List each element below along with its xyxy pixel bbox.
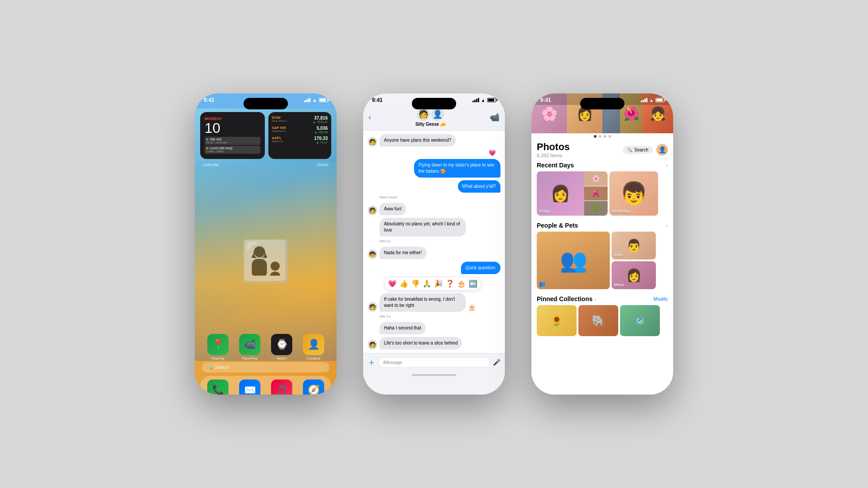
amit-label: Amit bbox=[614, 253, 623, 257]
messages-contact[interactable]: 🧑 👤 Silly Geese 🧀 bbox=[415, 108, 446, 127]
dock-music[interactable]: 🎵 bbox=[271, 380, 292, 395]
contact-avatars: 🧑 👤 bbox=[417, 108, 444, 121]
people-pets-section: People & Pets › 👥 👥 👨 Amit bbox=[531, 222, 673, 295]
phone-messages: 9:41 ▲ ‹ 🧑 👤 Silly Geese 🧀 📹 bbox=[363, 93, 505, 395]
back-button[interactable]: ‹ bbox=[368, 112, 371, 122]
home-search-bar[interactable]: 🔍 Search bbox=[202, 362, 329, 372]
photos-nav-dots bbox=[531, 133, 673, 139]
tapback-heart[interactable]: 💗 bbox=[388, 279, 397, 288]
search-icon: 🔍 bbox=[207, 365, 213, 370]
battery-photos bbox=[655, 98, 664, 102]
calendar-event-2: Lunch with Andy 11AM – 12PM bbox=[205, 146, 260, 154]
calendar-event-1: Site visit 10:15 – 10:45AM bbox=[205, 137, 260, 145]
home-photo-bg: 👩‍👦 bbox=[195, 162, 337, 361]
dock-safari[interactable]: 🧭 bbox=[303, 380, 324, 395]
msg-avatar-5: 🧑 bbox=[368, 340, 377, 349]
people-pets-arrow[interactable]: › bbox=[666, 223, 668, 228]
messages-input-bar: ＋ iMessage 🎤 bbox=[363, 353, 505, 371]
nav-dot-3[interactable] bbox=[604, 135, 606, 138]
dynamic-island-home bbox=[244, 98, 288, 109]
status-icons-messages: ▲ bbox=[473, 98, 496, 103]
msg-bubble-sent-2: What about y'all? bbox=[458, 180, 500, 193]
today-side-photos: 🌸 🌺 🌿 bbox=[584, 171, 608, 216]
people-icon: 👥 bbox=[539, 281, 546, 287]
wifi-messages: ▲ bbox=[481, 98, 485, 103]
findmy-icon: 📍 bbox=[207, 334, 229, 355]
add-attachment-button[interactable]: ＋ bbox=[368, 357, 376, 368]
photos-title: Photos 8,342 Items bbox=[537, 141, 570, 158]
maya-thumb[interactable]: 👩 Maya bbox=[612, 261, 656, 289]
app-findmy[interactable]: 📍 Find My bbox=[207, 334, 229, 360]
tapback-thumbsdown[interactable]: 👎 bbox=[411, 279, 420, 288]
app-facetime[interactable]: 📹 FaceTime bbox=[239, 334, 260, 360]
photos-screen: 🌸 👩 🌺 👧 👨‍👩‍👧‍👦 Photos 8,342 Items bbox=[531, 93, 673, 395]
stock-sp500: S&P 500 Standard &... 5,036 ▲ +80.48 bbox=[272, 126, 328, 134]
sender-label-will-2: Will Xu bbox=[380, 314, 500, 318]
contacts-icon: 👤 bbox=[303, 334, 324, 355]
message-row-sent-2: What about y'all? bbox=[368, 180, 500, 193]
nav-dot-1[interactable] bbox=[594, 135, 597, 138]
pinned-section: Pinned Collections › Modify 🌻 🐘 🗺️ bbox=[531, 295, 673, 336]
pinned-thumb-3[interactable]: 🗺️ bbox=[620, 305, 660, 336]
pinned-thumb-2[interactable]: 🐘 bbox=[578, 305, 618, 336]
message-row-received-5: 🧑 If cake for breakfast is wrong, I don'… bbox=[368, 293, 500, 312]
facetime-icon: 📹 bbox=[239, 334, 260, 355]
amit-thumb[interactable]: 👨 Amit bbox=[612, 232, 656, 259]
widget-labels: Calendar Stocks bbox=[195, 163, 337, 167]
message-row-1: 🧑 Anyone have plans this weekend? bbox=[368, 134, 500, 147]
tapback-bar[interactable]: 💗 👍 👎 🙏 🎉 ❓ 🎂 ⬅️ bbox=[384, 277, 481, 290]
msg-bubble-received-2: Aww fun! bbox=[380, 203, 406, 215]
app-contacts[interactable]: 👤 Contacts bbox=[303, 334, 324, 360]
nav-dot-4[interactable] bbox=[608, 135, 611, 138]
tapback-question[interactable]: ❓ bbox=[446, 279, 454, 288]
people-large-photo: 👥 bbox=[537, 232, 610, 289]
tapback-party[interactable]: 🎉 bbox=[434, 279, 443, 288]
today-label: Today bbox=[539, 209, 550, 213]
cake-reaction: 🎂 bbox=[468, 304, 476, 311]
music-icon: 🎵 bbox=[271, 380, 292, 395]
msg-bubble-received-6: Haha I second that bbox=[380, 322, 426, 334]
user-avatar[interactable]: 👤 bbox=[656, 144, 668, 155]
status-icons-photos: ▲ bbox=[641, 98, 664, 103]
people-large-thumb[interactable]: 👥 👥 bbox=[537, 232, 610, 289]
dock-mail[interactable]: ✉️ bbox=[239, 380, 260, 395]
msg-bubble-sent-1: Flying down to my sister's place to see … bbox=[414, 159, 500, 178]
yesterday-album[interactable]: 👦 Yesterday bbox=[609, 171, 658, 216]
phone-photos: 9:41 ▲ 🌸 👩 🌺 👧 👨‍👩‍👧‍� bbox=[531, 93, 673, 395]
video-call-button[interactable]: 📹 bbox=[490, 112, 500, 122]
time-home: 9:41 bbox=[204, 97, 214, 103]
tapback-thumbsup[interactable]: 👍 bbox=[399, 279, 408, 288]
tapback-row: 💗 👍 👎 🙏 🎉 ❓ 🎂 ⬅️ bbox=[372, 277, 500, 290]
pinned-header: Pinned Collections › Modify bbox=[537, 295, 668, 302]
message-row-sent-1: Flying down to my sister's place to see … bbox=[368, 159, 500, 178]
msg-bubble-received-7: Life's too short to leave a slice behind bbox=[380, 337, 462, 349]
messages-body: 🧑 Anyone have plans this weekend? 💗 Flyi… bbox=[363, 131, 505, 353]
tapback-arrow[interactable]: ⬅️ bbox=[469, 279, 477, 288]
photos-header-row: Photos 8,342 Items 🔍 Search 👤 bbox=[531, 139, 673, 160]
photos-search-button[interactable]: 🔍 Search bbox=[623, 146, 653, 154]
message-input[interactable]: iMessage bbox=[378, 357, 490, 368]
today-album[interactable]: 👩 🌸 🌺 🌿 Today bbox=[537, 171, 608, 216]
phone-icon: 📞 bbox=[207, 380, 229, 395]
pinned-thumb-1[interactable]: 🌻 bbox=[537, 305, 577, 336]
tapback-cake[interactable]: 🎂 bbox=[457, 279, 466, 288]
recent-days-arrow[interactable]: › bbox=[666, 163, 668, 168]
contact-avatar-2: 👤 bbox=[431, 108, 444, 121]
dock-phone[interactable]: 📞 bbox=[207, 380, 229, 395]
message-row-received-7: 🧑 Life's too short to leave a slice behi… bbox=[368, 337, 500, 349]
pinned-arrow[interactable]: › bbox=[594, 296, 596, 302]
pinned-modify[interactable]: Modify bbox=[654, 296, 668, 302]
widget-stocks[interactable]: DOW Dow Jones I... 37,816 ▲ +570.17 S&P … bbox=[268, 112, 331, 159]
msg-avatar-1: 🧑 bbox=[368, 137, 377, 147]
watch-icon: ⌚ bbox=[271, 334, 292, 355]
sender-label-will: Will Xu bbox=[380, 239, 500, 243]
contact-name: Silly Geese 🧀 bbox=[415, 122, 446, 127]
status-icons-home: ▲ bbox=[304, 97, 328, 103]
nav-dot-2[interactable] bbox=[599, 135, 601, 138]
widget-calendar[interactable]: MONDAY 10 Site visit 10:15 – 10:45AM Lun… bbox=[200, 112, 265, 159]
tapback-pray[interactable]: 🙏 bbox=[422, 279, 431, 288]
mic-button[interactable]: 🎤 bbox=[493, 359, 500, 366]
signal-messages bbox=[473, 98, 479, 102]
app-watch[interactable]: ⌚ Watch bbox=[271, 334, 292, 360]
msg-bubble-sent-3: Quick question: bbox=[461, 262, 500, 274]
